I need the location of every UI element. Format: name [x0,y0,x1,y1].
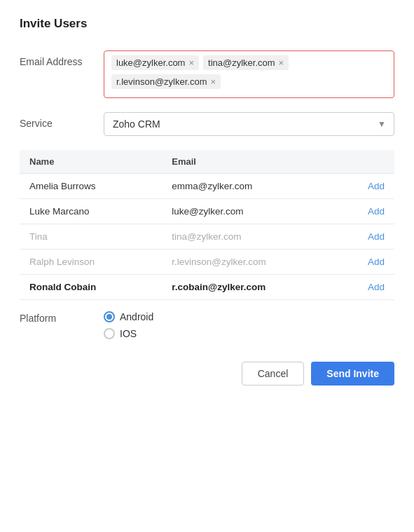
table-header-row: Name Email [20,150,394,174]
add-user-button[interactable]: Add [368,282,385,292]
service-select-wrapper: Zoho CRMZoho ProjectsZoho MailZoho Desk … [104,112,394,136]
email-tag-value: r.levinson@zylker.com [116,76,207,87]
cancel-button[interactable]: Cancel [242,362,305,386]
table-cell-name: Ralph Levinson [20,250,162,275]
email-tag: tina@zylker.com× [203,55,289,70]
radio-label-ios: IOS [120,328,137,339]
service-label: Service [20,112,104,129]
table-cell-name: Tina [20,224,162,250]
table-cell-email: tina@zylker.com [162,224,319,250]
email-tag-remove[interactable]: × [279,58,284,67]
table-cell-action: Add [319,250,394,275]
table-cell-email: luke@zylker.com [162,199,319,224]
radio-option-ios[interactable]: IOS [104,328,153,339]
email-tag-value: luke@zylker.com [116,57,185,68]
table-row: Luke Marcanoluke@zylker.comAdd [20,199,394,224]
button-row: Cancel Send Invite [20,362,394,386]
table-cell-email: r.levinson@zylker.com [162,250,319,275]
table-row: Ronald Cobainr.cobain@zylker.comAdd [20,275,394,300]
col-header-email: Email [162,150,319,174]
col-header-name: Name [20,150,162,174]
table-cell-name: Amelia Burrows [20,174,162,199]
table-cell-name: Luke Marcano [20,199,162,224]
radio-option-android[interactable]: Android [104,311,153,322]
email-address-row: Email Address luke@zylker.com×tina@zylke… [20,50,394,98]
add-user-button[interactable]: Add [368,257,385,267]
table-cell-action: Add [319,275,394,300]
email-label: Email Address [20,50,104,67]
add-user-button[interactable]: Add [368,181,385,191]
email-tag: r.levinson@zylker.com× [111,74,221,89]
table-cell-email: r.cobain@zylker.com [162,275,319,300]
table-row: Ralph Levinsonr.levinson@zylker.comAdd [20,250,394,275]
email-input-box[interactable]: luke@zylker.com×tina@zylker.com×r.levins… [104,50,394,98]
table-cell-email: emma@zylker.com [162,174,319,199]
radio-circle-android [104,311,115,322]
table-row: Tinatina@zylker.comAdd [20,224,394,250]
table-row: Amelia Burrowsemma@zylker.comAdd [20,174,394,199]
email-tag-remove[interactable]: × [188,58,194,67]
table-cell-name: Ronald Cobain [20,275,162,300]
email-tag-value: tina@zylker.com [208,57,275,68]
email-tag: luke@zylker.com× [111,55,199,70]
table-cell-action: Add [319,199,394,224]
send-invite-button[interactable]: Send Invite [311,362,394,386]
col-header-action [319,150,394,174]
user-table: Name Email Amelia Burrowsemma@zylker.com… [20,150,394,300]
radio-group: AndroidIOS [104,311,153,339]
radio-label-android: Android [120,311,153,322]
add-user-button[interactable]: Add [368,206,385,217]
page-title: Invite Users [20,17,394,31]
table-cell-action: Add [319,174,394,199]
add-user-button[interactable]: Add [368,231,385,242]
platform-row: Platform AndroidIOS [20,311,394,339]
radio-circle-ios [104,328,115,339]
service-select[interactable]: Zoho CRMZoho ProjectsZoho MailZoho Desk [104,112,394,136]
email-tag-remove[interactable]: × [211,77,216,86]
platform-label: Platform [20,311,104,324]
service-row: Service Zoho CRMZoho ProjectsZoho MailZo… [20,112,394,136]
table-cell-action: Add [319,224,394,250]
